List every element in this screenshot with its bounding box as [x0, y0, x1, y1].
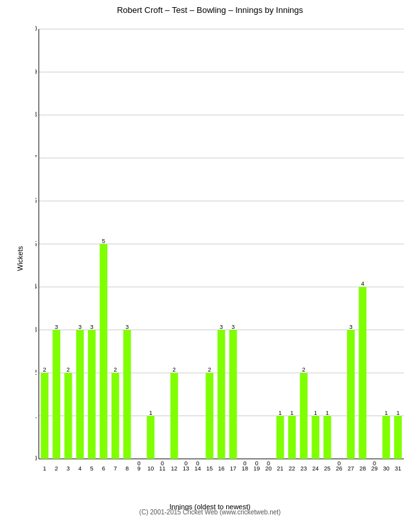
svg-text:3: 3	[55, 324, 58, 330]
svg-text:8: 8	[36, 111, 37, 118]
svg-rect-79	[288, 416, 296, 459]
svg-text:3: 3	[36, 326, 37, 333]
svg-text:2: 2	[43, 366, 47, 373]
svg-text:1: 1	[43, 465, 47, 472]
y-axis-label: Wickets	[16, 246, 24, 271]
svg-text:18: 18	[242, 465, 248, 472]
svg-rect-23	[41, 373, 48, 459]
svg-text:1: 1	[384, 410, 388, 416]
svg-text:17: 17	[230, 465, 236, 472]
svg-rect-44	[123, 330, 131, 459]
svg-rect-96	[359, 287, 366, 459]
svg-text:12: 12	[171, 465, 178, 472]
svg-text:1: 1	[326, 410, 329, 416]
chart-title: Robert Croft – Test – Bowling – Innings …	[0, 0, 420, 17]
svg-text:3: 3	[220, 324, 223, 330]
svg-rect-82	[300, 373, 308, 459]
svg-text:0: 0	[36, 455, 37, 462]
svg-text:22: 22	[289, 465, 295, 472]
svg-text:7: 7	[114, 465, 117, 472]
svg-text:2: 2	[67, 366, 70, 373]
svg-rect-35	[88, 330, 96, 459]
svg-text:4: 4	[361, 280, 364, 287]
svg-rect-101	[383, 416, 390, 459]
svg-text:9: 9	[137, 465, 140, 472]
svg-text:1: 1	[396, 410, 399, 416]
svg-text:4: 4	[78, 465, 81, 472]
svg-text:26: 26	[336, 465, 342, 472]
svg-text:9: 9	[36, 69, 37, 76]
svg-rect-104	[394, 416, 402, 459]
svg-rect-93	[347, 330, 355, 459]
chart-container: Robert Croft – Test – Bowling – Innings …	[0, 0, 420, 517]
svg-text:30: 30	[383, 465, 390, 472]
svg-text:3: 3	[125, 324, 129, 330]
svg-text:11: 11	[159, 465, 165, 472]
svg-text:3: 3	[78, 324, 81, 330]
svg-text:2: 2	[114, 366, 117, 373]
svg-text:23: 23	[300, 465, 307, 472]
svg-text:19: 19	[253, 465, 260, 472]
svg-text:29: 29	[371, 465, 377, 472]
svg-text:2: 2	[208, 366, 211, 373]
svg-text:28: 28	[359, 465, 366, 472]
svg-rect-64	[218, 330, 226, 459]
svg-text:24: 24	[312, 465, 319, 472]
svg-rect-61	[205, 373, 213, 459]
svg-text:6: 6	[102, 465, 105, 472]
svg-rect-67	[229, 330, 237, 459]
svg-rect-38	[100, 244, 107, 459]
svg-text:7: 7	[36, 154, 37, 162]
svg-text:1: 1	[278, 410, 282, 416]
svg-rect-49	[147, 416, 154, 459]
svg-text:5: 5	[102, 238, 105, 244]
svg-text:14: 14	[194, 465, 201, 472]
svg-rect-85	[311, 416, 319, 459]
svg-text:3: 3	[231, 324, 235, 330]
svg-text:27: 27	[348, 465, 354, 472]
svg-rect-54	[171, 373, 178, 459]
svg-text:13: 13	[183, 465, 189, 472]
svg-text:21: 21	[277, 465, 284, 472]
svg-text:2: 2	[173, 366, 176, 373]
svg-text:3: 3	[67, 465, 70, 472]
svg-text:2: 2	[36, 369, 37, 376]
chart-area: 0123456789102132233435562738091100112120…	[36, 23, 407, 478]
svg-text:1: 1	[314, 410, 317, 416]
svg-text:1: 1	[290, 410, 293, 416]
svg-text:8: 8	[125, 465, 129, 472]
svg-rect-26	[52, 330, 60, 459]
chart-svg: 0123456789102132233435562738091100112120…	[36, 23, 407, 478]
svg-text:6: 6	[36, 197, 37, 204]
svg-text:15: 15	[206, 465, 213, 472]
svg-text:10: 10	[36, 25, 37, 32]
svg-text:1: 1	[149, 410, 152, 416]
copyright: (C) 2001-2015 Cricket Web (www.cricketwe…	[0, 509, 420, 516]
svg-text:5: 5	[90, 465, 94, 472]
svg-text:1: 1	[36, 412, 37, 419]
svg-rect-76	[277, 416, 284, 459]
svg-rect-32	[76, 330, 84, 459]
svg-text:2: 2	[302, 366, 306, 373]
svg-text:3: 3	[90, 324, 94, 330]
svg-text:5: 5	[36, 240, 37, 248]
svg-text:4: 4	[36, 283, 37, 290]
svg-text:10: 10	[147, 465, 154, 472]
svg-text:16: 16	[218, 465, 224, 472]
svg-text:3: 3	[349, 324, 352, 330]
svg-text:25: 25	[324, 465, 331, 472]
svg-text:2: 2	[55, 465, 58, 472]
svg-rect-29	[65, 373, 72, 459]
svg-text:20: 20	[265, 465, 271, 472]
svg-rect-41	[112, 373, 120, 459]
svg-text:31: 31	[395, 465, 401, 472]
svg-rect-88	[324, 416, 331, 459]
